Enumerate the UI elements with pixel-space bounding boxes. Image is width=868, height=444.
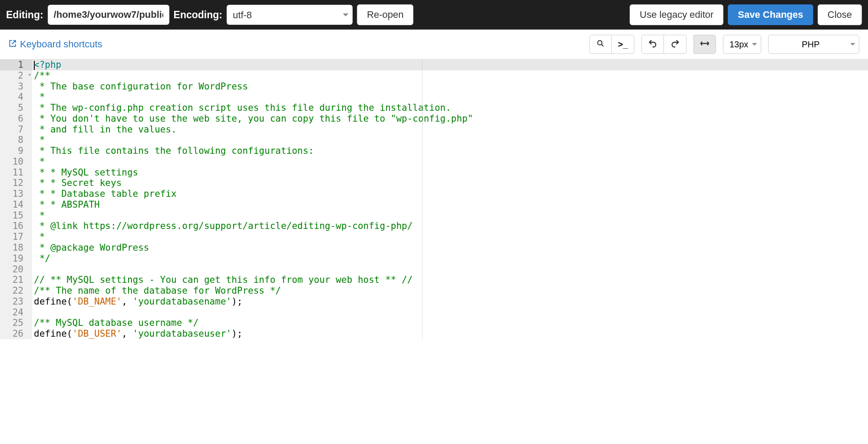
encoding-select[interactable]: utf-8 bbox=[227, 5, 353, 25]
gutter-line-number: 5 bbox=[0, 103, 32, 113]
gutter-line-number: 10 bbox=[0, 156, 32, 167]
code-content[interactable]: * * Database table prefix bbox=[32, 189, 868, 199]
gutter-line-number: 20 bbox=[0, 264, 32, 275]
code-content[interactable]: * * Secret keys bbox=[32, 178, 868, 189]
code-content[interactable]: * bbox=[32, 210, 868, 221]
search-button[interactable] bbox=[589, 35, 612, 54]
reopen-button[interactable]: Re-open bbox=[357, 4, 413, 25]
code-content[interactable]: * You don't have to use the web site, yo… bbox=[32, 113, 868, 124]
editing-path-input[interactable] bbox=[48, 5, 169, 25]
redo-button[interactable] bbox=[664, 35, 686, 54]
code-line[interactable]: 23define('DB_NAME', 'yourdatabasename'); bbox=[0, 296, 868, 307]
gutter-line-number: 13 bbox=[0, 189, 32, 199]
code-content[interactable]: /** bbox=[32, 70, 868, 81]
gutter-line-number: 21 bbox=[0, 275, 32, 285]
code-content[interactable]: * @link https://wordpress.org/support/ar… bbox=[32, 221, 868, 232]
code-line[interactable]: 10 * bbox=[0, 156, 868, 167]
gutter-line-number: 19 bbox=[0, 253, 32, 264]
code-line[interactable]: 11 * * MySQL settings bbox=[0, 167, 868, 178]
topbar: Editing: Encoding: utf-8 Re-open Use leg… bbox=[0, 0, 868, 30]
external-link-icon bbox=[9, 39, 17, 50]
save-changes-button[interactable]: Save Changes bbox=[728, 4, 813, 25]
code-line[interactable]: 15 * bbox=[0, 210, 868, 221]
code-line[interactable]: 8 * bbox=[0, 135, 868, 146]
code-content[interactable]: <?php bbox=[32, 60, 868, 70]
gutter-line-number: 17 bbox=[0, 232, 32, 242]
wrap-group bbox=[693, 35, 716, 54]
toolbar: Keyboard shortcuts >_ bbox=[0, 30, 868, 59]
keyboard-shortcuts-link[interactable]: Keyboard shortcuts bbox=[9, 39, 102, 50]
code-line[interactable]: 19 */ bbox=[0, 253, 868, 264]
code-content[interactable]: */ bbox=[32, 253, 868, 264]
code-content[interactable]: * * MySQL settings bbox=[32, 167, 868, 178]
code-line[interactable]: 6 * You don't have to use the web site, … bbox=[0, 113, 868, 124]
gutter-line-number: 14 bbox=[0, 199, 32, 210]
gutter-line-number: 25 bbox=[0, 318, 32, 328]
code-line[interactable]: 22/** The name of the database for WordP… bbox=[0, 285, 868, 296]
code-line[interactable]: 24 bbox=[0, 307, 868, 318]
code-content[interactable]: define('DB_USER', 'yourdatabaseuser'); bbox=[32, 328, 868, 339]
code-content[interactable]: * bbox=[32, 156, 868, 167]
code-line[interactable]: 25/** MySQL database username */ bbox=[0, 318, 868, 328]
code-line[interactable]: 13 * * Database table prefix bbox=[0, 189, 868, 199]
code-line[interactable]: 9 * This file contains the following con… bbox=[0, 146, 868, 156]
gutter-line-number: 18 bbox=[0, 242, 32, 253]
code-line[interactable]: 14 * * ABSPATH bbox=[0, 199, 868, 210]
code-line[interactable]: 20 bbox=[0, 264, 868, 275]
gutter-line-number: 2▾ bbox=[0, 70, 32, 81]
gutter-line-number: 9 bbox=[0, 146, 32, 156]
code-content[interactable]: /** The name of the database for WordPre… bbox=[32, 285, 868, 296]
code-line[interactable]: 3 * The base configuration for WordPress bbox=[0, 81, 868, 92]
gutter-line-number: 6 bbox=[0, 113, 32, 124]
svg-line-1 bbox=[601, 44, 604, 46]
code-content[interactable]: * bbox=[32, 92, 868, 103]
svg-point-0 bbox=[597, 40, 602, 45]
code-content[interactable] bbox=[32, 307, 868, 318]
code-line[interactable]: 26define('DB_USER', 'yourdatabaseuser'); bbox=[0, 328, 868, 339]
terminal-icon: >_ bbox=[618, 40, 628, 50]
code-content[interactable]: /** MySQL database username */ bbox=[32, 318, 868, 328]
gutter-line-number: 12 bbox=[0, 178, 32, 189]
code-content[interactable]: define('DB_NAME', 'yourdatabasename'); bbox=[32, 296, 868, 307]
code-content[interactable]: * and fill in the values. bbox=[32, 124, 868, 135]
code-content[interactable]: * bbox=[32, 135, 868, 146]
gutter-line-number: 15 bbox=[0, 210, 32, 221]
code-content[interactable]: * * ABSPATH bbox=[32, 199, 868, 210]
gutter-line-number: 11 bbox=[0, 167, 32, 178]
code-line[interactable]: 4 * bbox=[0, 92, 868, 103]
undo-button[interactable] bbox=[641, 35, 664, 54]
code-line[interactable]: 2▾/** bbox=[0, 70, 868, 81]
code-line[interactable]: 12 * * Secret keys bbox=[0, 178, 868, 189]
gutter-line-number: 4 bbox=[0, 92, 32, 103]
code-content[interactable]: * bbox=[32, 232, 868, 242]
close-button[interactable]: Close bbox=[818, 4, 862, 25]
code-line[interactable]: 21// ** MySQL settings - You can get thi… bbox=[0, 275, 868, 285]
font-size-select[interactable]: 13px bbox=[723, 35, 761, 54]
code-line[interactable]: 7 * and fill in the values. bbox=[0, 124, 868, 135]
wrap-toggle-button[interactable] bbox=[693, 35, 716, 54]
code-line[interactable]: 1<?php bbox=[0, 60, 868, 70]
code-line[interactable]: 16 * @link https://wordpress.org/support… bbox=[0, 221, 868, 232]
redo-icon bbox=[670, 39, 680, 50]
code-content[interactable]: * @package WordPress bbox=[32, 242, 868, 253]
legacy-editor-button[interactable]: Use legacy editor bbox=[630, 4, 723, 25]
code-editor[interactable]: 1<?php2▾/**3 * The base configuration fo… bbox=[0, 59, 868, 339]
code-content[interactable]: * This file contains the following confi… bbox=[32, 146, 868, 156]
code-line[interactable]: 18 * @package WordPress bbox=[0, 242, 868, 253]
encoding-label: Encoding: bbox=[174, 9, 222, 21]
fold-icon[interactable]: ▾ bbox=[28, 72, 31, 78]
terminal-button[interactable]: >_ bbox=[612, 35, 634, 54]
arrows-horizontal-icon bbox=[700, 39, 710, 50]
editing-label: Editing: bbox=[6, 9, 43, 21]
search-group: >_ bbox=[589, 35, 634, 54]
code-content[interactable]: * The wp-config.php creation script uses… bbox=[32, 103, 868, 113]
code-content[interactable] bbox=[32, 264, 868, 275]
gutter-line-number: 16 bbox=[0, 221, 32, 232]
gutter-line-number: 7 bbox=[0, 124, 32, 135]
code-content[interactable]: * The base configuration for WordPress bbox=[32, 81, 868, 92]
code-line[interactable]: 5 * The wp-config.php creation script us… bbox=[0, 103, 868, 113]
language-select[interactable]: PHP bbox=[768, 35, 859, 54]
code-content[interactable]: // ** MySQL settings - You can get this … bbox=[32, 275, 868, 285]
code-line[interactable]: 17 * bbox=[0, 232, 868, 242]
gutter-line-number: 8 bbox=[0, 135, 32, 146]
